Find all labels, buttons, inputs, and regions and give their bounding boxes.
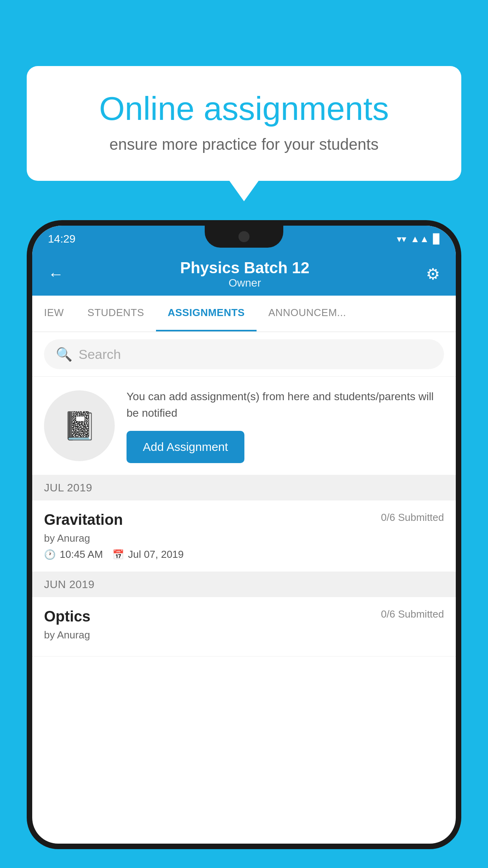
search-bar: 🔍 Search <box>32 332 456 377</box>
assignment-meta-gravitation: 🕐 10:45 AM 📅 Jul 07, 2019 <box>44 548 444 561</box>
bubble-subtitle: ensure more practice for your students <box>58 136 430 153</box>
assignment-item-gravitation[interactable]: Gravitation 0/6 Submitted by Anurag 🕐 10… <box>32 500 456 572</box>
speech-bubble-container: Online assignments ensure more practice … <box>27 66 461 181</box>
header-center: Physics Batch 12 Owner <box>180 259 309 289</box>
search-icon: 🔍 <box>56 346 72 362</box>
status-icons: ▾▾ ▲▲ ▉ <box>397 234 440 245</box>
meta-date-gravitation: 📅 Jul 07, 2019 <box>112 548 184 561</box>
assignment-item-top: Gravitation 0/6 Submitted <box>44 511 444 528</box>
wifi-icon: ▾▾ <box>397 234 406 245</box>
search-input-wrapper[interactable]: 🔍 Search <box>44 339 444 369</box>
phone-outer: 14:29 ▾▾ ▲▲ ▉ ← Physics Batch 12 Owner ⚙… <box>27 220 461 849</box>
tab-iew[interactable]: IEW <box>32 296 76 331</box>
assignment-icon-circle: 📓 <box>44 390 115 461</box>
signal-icon: ▲▲ <box>410 234 429 245</box>
header-title: Physics Batch 12 <box>180 259 309 277</box>
back-button[interactable]: ← <box>48 265 64 283</box>
tab-announcements[interactable]: ANNOUNCEM... <box>257 296 358 331</box>
clock-icon: 🕐 <box>44 549 56 560</box>
meta-time-gravitation: 🕐 10:45 AM <box>44 548 103 561</box>
calendar-icon: 📅 <box>112 549 124 560</box>
header-subtitle: Owner <box>180 277 309 289</box>
status-time: 14:29 <box>48 233 75 245</box>
section-header-jul: JUL 2019 <box>32 475 456 500</box>
speech-bubble: Online assignments ensure more practice … <box>27 66 461 181</box>
assignment-notebook-icon: 📓 <box>62 410 97 442</box>
assignment-item-top-optics: Optics 0/6 Submitted <box>44 608 444 625</box>
phone-screen: 14:29 ▾▾ ▲▲ ▉ ← Physics Batch 12 Owner ⚙… <box>32 226 456 844</box>
assignment-submitted-gravitation: 0/6 Submitted <box>381 511 444 524</box>
app-header: ← Physics Batch 12 Owner ⚙ <box>32 252 456 296</box>
section-header-jun: JUN 2019 <box>32 572 456 597</box>
search-placeholder: Search <box>79 347 121 362</box>
phone-camera <box>238 231 250 242</box>
bubble-title: Online assignments <box>58 90 430 128</box>
section-label-jun: JUN 2019 <box>44 578 95 590</box>
assignment-author-optics: by Anurag <box>44 629 444 641</box>
add-assignment-right: You can add assignment(s) from here and … <box>127 388 444 463</box>
settings-button[interactable]: ⚙ <box>426 265 440 283</box>
battery-icon: ▉ <box>433 234 440 245</box>
assignment-item-optics[interactable]: Optics 0/6 Submitted by Anurag <box>32 597 456 657</box>
meta-date-value: Jul 07, 2019 <box>128 548 184 561</box>
add-assignment-description: You can add assignment(s) from here and … <box>127 388 444 421</box>
assignment-name-optics: Optics <box>44 608 90 625</box>
assignment-author-gravitation: by Anurag <box>44 532 444 544</box>
meta-time-value: 10:45 AM <box>60 548 103 561</box>
phone-frame: 14:29 ▾▾ ▲▲ ▉ ← Physics Batch 12 Owner ⚙… <box>27 220 461 868</box>
assignment-name-gravitation: Gravitation <box>44 511 123 528</box>
section-label-jul: JUL 2019 <box>44 482 92 494</box>
tab-assignments[interactable]: ASSIGNMENTS <box>156 296 257 331</box>
phone-notch <box>205 226 283 248</box>
tab-students[interactable]: STUDENTS <box>76 296 156 331</box>
assignment-submitted-optics: 0/6 Submitted <box>381 608 444 620</box>
add-assignment-button[interactable]: Add Assignment <box>127 431 244 463</box>
tabs-bar: IEW STUDENTS ASSIGNMENTS ANNOUNCEM... <box>32 296 456 332</box>
add-assignment-section: 📓 You can add assignment(s) from here an… <box>32 377 456 475</box>
